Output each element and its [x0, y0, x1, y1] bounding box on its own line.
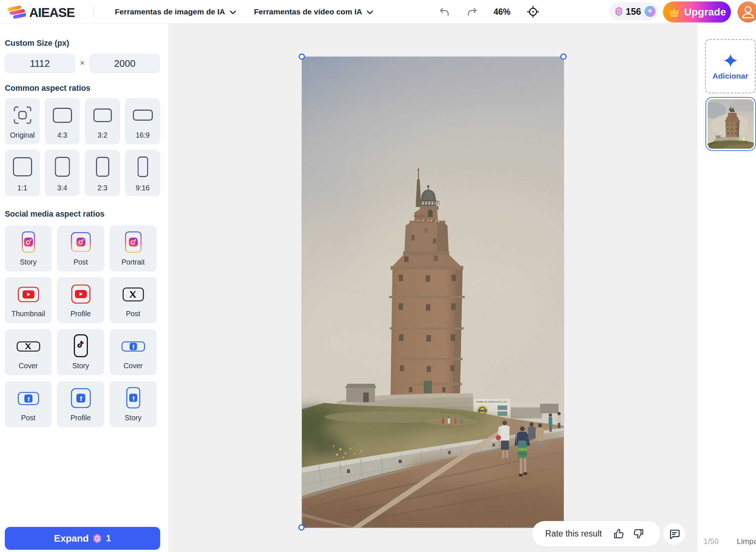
svg-text:f: f: [27, 396, 30, 403]
svg-text:f: f: [80, 395, 82, 403]
svg-text:f: f: [132, 344, 134, 350]
svg-text:f: f: [132, 395, 134, 402]
